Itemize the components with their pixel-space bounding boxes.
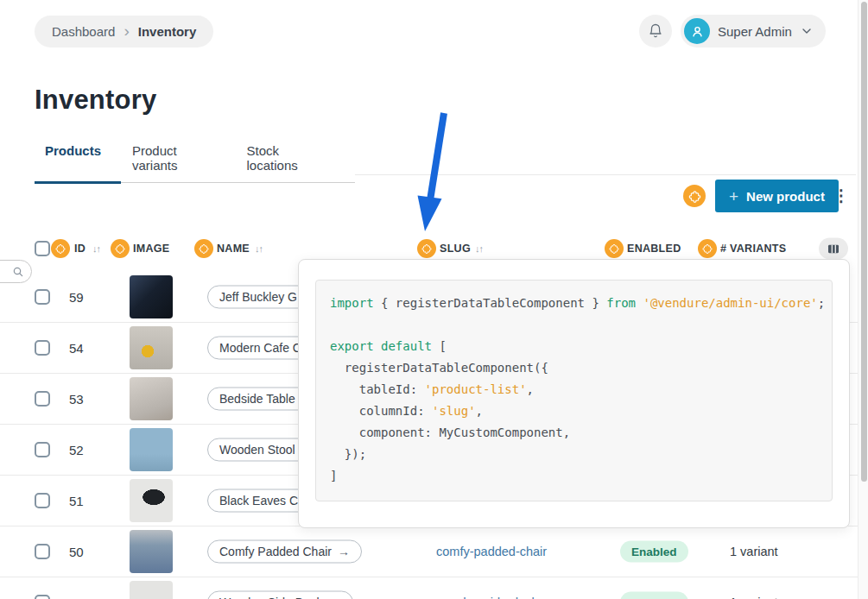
page-title: Inventory: [35, 85, 156, 116]
product-name: Comfy Padded Chair: [219, 545, 332, 558]
tab-stock-locations[interactable]: Stock locations: [247, 143, 328, 182]
product-id: 54: [69, 340, 84, 355]
code-line: [330, 314, 823, 336]
product-name-pill[interactable]: Comfy Padded Chair→: [207, 539, 362, 563]
arrow-right-icon: →: [338, 545, 350, 558]
product-name-pill[interactable]: Wooden Side Desk→: [207, 590, 353, 599]
enabled-badge: Enabled: [620, 540, 688, 562]
new-product-button[interactable]: + New product: [715, 180, 839, 212]
variant-count: 1 variant: [730, 545, 778, 558]
product-thumbnail[interactable]: [130, 581, 173, 599]
row-checkbox[interactable]: [35, 442, 50, 457]
enabled-badge: Enabled: [620, 591, 688, 599]
scrollbar: [858, 0, 868, 599]
tab-products[interactable]: Products: [35, 143, 121, 184]
code-line: });: [330, 444, 823, 465]
tab-bar-divider: [355, 174, 856, 175]
product-id: 53: [69, 391, 84, 406]
column-picker-button[interactable]: [819, 238, 848, 260]
column-header-variants[interactable]: # VARIANTS: [720, 243, 786, 255]
product-name: Black Eaves C: [219, 494, 298, 508]
columns-icon: [827, 242, 840, 255]
product-thumbnail[interactable]: [130, 326, 173, 369]
sort-icon[interactable]: ↓↑: [92, 243, 100, 254]
product-name: Bedside Table: [219, 392, 295, 406]
row-checkbox[interactable]: [35, 595, 50, 599]
more-actions-button[interactable]: ⋮: [833, 186, 850, 205]
code-line: import { registerDataTableComponent } fr…: [330, 293, 823, 314]
bell-icon: [648, 23, 663, 39]
code-line: columnId: 'slug',: [330, 400, 823, 422]
row-checkbox[interactable]: [35, 391, 50, 407]
notifications-button[interactable]: [639, 15, 672, 47]
product-name: Wooden Stool: [219, 443, 295, 457]
tab-bar: Products Product variants Stock location…: [35, 143, 355, 183]
user-menu[interactable]: Super Admin: [681, 15, 826, 47]
ui-extension-badge[interactable]: [683, 185, 706, 207]
breadcrumb: Dashboard › Inventory: [35, 16, 213, 47]
product-thumbnail[interactable]: [130, 377, 173, 420]
arrow-right-icon: →: [329, 596, 341, 599]
product-thumbnail[interactable]: [130, 530, 173, 573]
ui-extension-badge[interactable]: [417, 239, 436, 258]
product-name: Wooden Side Desk: [219, 596, 323, 599]
code-line: component: MyCustomComponent,: [330, 422, 823, 444]
column-header-slug[interactable]: SLUG: [440, 243, 471, 255]
scrollbar-thumb[interactable]: [861, 2, 867, 482]
plus-icon: +: [729, 188, 738, 205]
column-header-enabled[interactable]: ENABLED: [627, 243, 681, 255]
product-slug-link[interactable]: wooden-side-desk: [436, 596, 538, 599]
breadcrumb-dashboard-link[interactable]: Dashboard: [52, 24, 115, 39]
ui-extension-badge[interactable]: [51, 239, 70, 258]
tab-product-variants[interactable]: Product variants: [132, 143, 220, 182]
column-header-name[interactable]: NAME: [217, 243, 250, 255]
ui-extension-badge[interactable]: [194, 239, 213, 258]
code-line: registerDataTableComponent({: [330, 357, 823, 379]
puzzle-icon: [687, 189, 702, 204]
product-id: 52: [69, 442, 84, 457]
ui-extension-badge[interactable]: [605, 239, 624, 258]
product-thumbnail[interactable]: [130, 428, 173, 471]
ui-extension-badge[interactable]: [111, 239, 130, 258]
row-checkbox[interactable]: [35, 289, 50, 305]
code-block: import { registerDataTableComponent } fr…: [315, 280, 833, 501]
row-checkbox[interactable]: [35, 340, 50, 356]
sort-icon[interactable]: ↓↑: [475, 243, 483, 254]
product-slug-link[interactable]: comfy-padded-chair: [436, 545, 547, 558]
table-row: 50 Comfy Padded Chair→ comfy-padded-chai…: [0, 526, 868, 577]
row-checkbox[interactable]: [35, 493, 50, 508]
chevron-down-icon: [800, 24, 814, 38]
column-header-image[interactable]: IMAGE: [133, 243, 169, 255]
product-id: 59: [69, 289, 84, 304]
breadcrumb-current-inventory[interactable]: Inventory: [138, 24, 197, 39]
table-row: 49 Wooden Side Desk→ wooden-side-desk En…: [0, 577, 868, 599]
product-id: 51: [69, 493, 84, 508]
code-line: tableId: 'product-list',: [330, 379, 823, 400]
product-thumbnail[interactable]: [130, 479, 173, 522]
avatar: [684, 18, 710, 44]
column-header-id[interactable]: ID: [74, 243, 86, 255]
product-name: Modern Cafe C: [219, 341, 301, 355]
chevron-right-icon: ›: [124, 22, 129, 39]
variant-count: 1 variant: [730, 596, 778, 599]
code-line: ]: [330, 465, 823, 487]
product-name: Jeff Buckley G: [219, 290, 297, 304]
select-all-checkbox[interactable]: [35, 241, 50, 256]
user-name: Super Admin: [718, 24, 792, 39]
sort-icon[interactable]: ↓↑: [255, 243, 263, 254]
code-line: export default [: [330, 336, 823, 357]
row-checkbox[interactable]: [35, 544, 50, 559]
ui-extension-badge[interactable]: [698, 239, 717, 258]
product-id: 50: [69, 544, 84, 558]
product-id: 49: [69, 595, 84, 599]
code-snippet-popup: import { registerDataTableComponent } fr…: [298, 259, 850, 528]
product-thumbnail[interactable]: [130, 275, 173, 318]
